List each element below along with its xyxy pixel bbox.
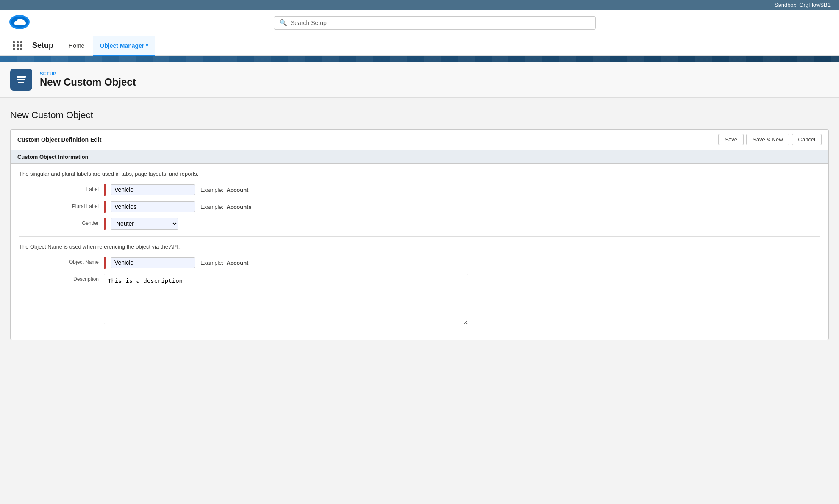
chevron-down-icon: ▾ — [146, 43, 148, 48]
nav-link-object-manager[interactable]: Object Manager ▾ — [93, 36, 155, 56]
nav-bar: Setup Home Object Manager ▾ — [0, 36, 839, 56]
breadcrumb: SETUP — [40, 71, 136, 76]
object-name-example-value: Account — [226, 260, 248, 266]
sandbox-label: Sandbox: OrgFlowSB1 — [775, 2, 831, 8]
label-example-value: Account — [226, 187, 248, 193]
form-panel: Custom Object Definition Edit Save Save … — [10, 129, 829, 340]
page-header-text: SETUP New Custom Object — [40, 71, 136, 88]
object-name-example: Example: Account — [200, 260, 248, 266]
object-name-field-label: Object Name — [19, 257, 104, 265]
form-body: The singular and plural labels are used … — [11, 164, 828, 340]
page-title: New Custom Object — [40, 76, 136, 88]
search-bar[interactable]: 🔍 — [274, 16, 596, 30]
gender-field-label: Gender — [19, 218, 104, 226]
gender-required-indicator — [104, 218, 106, 230]
gender-field-row: Gender Neuter Masculine Feminine — [19, 218, 820, 230]
nav-link-home[interactable]: Home — [62, 36, 91, 55]
plural-label-field-wrap: Example: Accounts — [104, 201, 252, 213]
top-bar: Sandbox: OrgFlowSB1 — [0, 0, 839, 10]
nav-title: Setup — [29, 36, 60, 55]
save-and-new-button[interactable]: Save & New — [746, 134, 789, 145]
page-header-icon — [10, 69, 32, 91]
subsection-title: Custom Object Information — [17, 154, 89, 160]
plural-label-field-row: Plural Label Example: Accounts — [19, 201, 820, 213]
label-example: Example: Account — [200, 187, 248, 193]
description-field-row: Description This is a description — [19, 274, 820, 324]
label-field-wrap: Example: Account — [104, 184, 248, 196]
help-text: The singular and plural labels are used … — [19, 171, 820, 177]
description-field-wrap: This is a description — [104, 274, 468, 324]
gender-field-wrap: Neuter Masculine Feminine — [104, 218, 178, 230]
description-textarea[interactable]: This is a description — [104, 274, 468, 324]
gender-select[interactable]: Neuter Masculine Feminine — [111, 218, 178, 230]
form-panel-header: Custom Object Definition Edit Save Save … — [11, 130, 828, 150]
object-name-field-row: Object Name Example: Account — [19, 257, 820, 269]
form-section-title: Custom Object Definition Edit — [17, 136, 101, 143]
wave-banner — [0, 56, 839, 62]
form-buttons: Save Save & New Cancel — [718, 134, 822, 145]
section-separator — [19, 236, 820, 237]
object-name-field-wrap: Example: Account — [104, 257, 248, 269]
salesforce-logo[interactable] — [8, 14, 31, 31]
app-launcher-button[interactable] — [8, 37, 27, 54]
main-content: New Custom Object Custom Object Definiti… — [0, 98, 839, 352]
subsection-header: Custom Object Information — [11, 150, 828, 164]
layers-icon — [17, 76, 26, 83]
label-field-label: Label — [19, 184, 104, 192]
plural-label-field-label: Plural Label — [19, 201, 104, 209]
save-button[interactable]: Save — [718, 134, 744, 145]
header: 🔍 — [0, 10, 839, 36]
page-header: SETUP New Custom Object — [0, 62, 839, 98]
plural-label-required-indicator — [104, 201, 106, 213]
label-input[interactable] — [111, 184, 195, 195]
plural-label-example-value: Accounts — [226, 204, 251, 210]
label-field-row: Label Example: Account — [19, 184, 820, 196]
plural-label-example: Example: Accounts — [200, 204, 252, 210]
cancel-button[interactable]: Cancel — [792, 134, 822, 145]
label-required-indicator — [104, 184, 106, 196]
description-field-label: Description — [19, 274, 104, 282]
plural-label-input[interactable] — [111, 201, 195, 212]
object-name-required-indicator — [104, 257, 106, 269]
object-name-input[interactable] — [111, 257, 195, 268]
search-icon: 🔍 — [279, 19, 287, 27]
content-title: New Custom Object — [10, 110, 829, 121]
search-input[interactable] — [291, 19, 590, 26]
object-name-help-text: The Object Name is used when referencing… — [19, 244, 820, 250]
